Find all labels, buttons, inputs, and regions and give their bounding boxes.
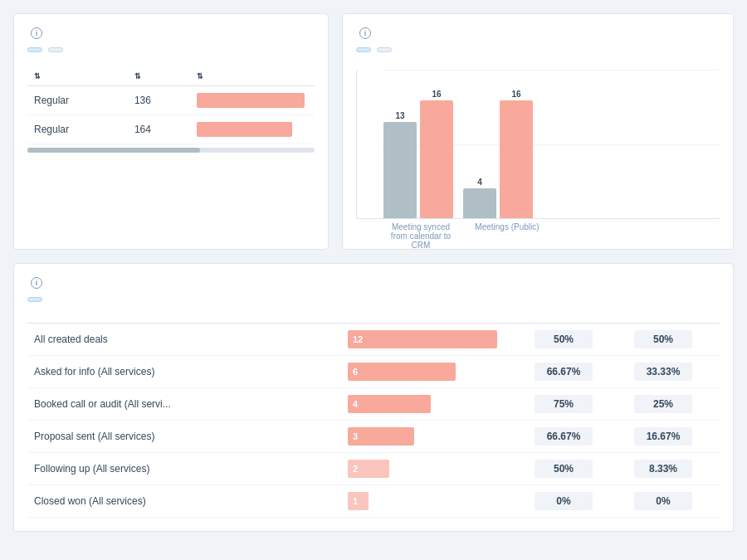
deal-bar: 6 — [348, 363, 456, 381]
audit-bar — [197, 93, 305, 108]
meetings-chart: 13 16 4 16 Meeting synced from calendar … — [356, 70, 720, 236]
deal-next-step: 50% — [514, 330, 613, 348]
audit-badge-days[interactable] — [27, 47, 42, 52]
next-step-box: 66.67% — [535, 363, 593, 381]
audit-badge-filters[interactable] — [48, 47, 63, 52]
deal-table-row: Following up (All services) 2 50% 8.33% — [27, 453, 720, 485]
deal-stage-name: Closed won (All services) — [34, 495, 348, 507]
deal-count-label: 3 — [353, 431, 366, 441]
deal-next-step: 66.67% — [514, 427, 613, 446]
cumulative-box: 16.67% — [634, 427, 692, 446]
deal-stage-name: All created deals — [34, 334, 348, 345]
deal-bar-cell: 4 — [348, 395, 514, 413]
bar-rect — [383, 122, 417, 218]
bar-group: 4 16 — [463, 90, 533, 218]
bar-value-label: 16 — [511, 90, 520, 99]
deal-bar: 12 — [348, 330, 497, 348]
deal-bar: 4 — [348, 395, 431, 413]
deal-cumulative: 16.67% — [613, 427, 713, 446]
deal-table-header — [27, 313, 720, 324]
deal-cumulative: 8.33% — [613, 460, 713, 478]
deal-bar-cell: 3 — [348, 427, 514, 446]
audit-views: 136 — [128, 86, 190, 115]
deal-count-label: 1 — [353, 496, 366, 506]
audit-bar-cell — [190, 115, 315, 144]
audit-table-row: Regular 136 — [27, 86, 315, 115]
deal-table-row: Asked for info (All services) 6 66.67% 3… — [27, 356, 720, 388]
deal-bar-cell: 12 — [348, 330, 514, 348]
deal-next-step: 0% — [514, 492, 613, 510]
col-form-type[interactable] — [27, 66, 128, 86]
deal-stage-name: Following up (All services) — [34, 463, 348, 475]
deal-stage-title: i — [27, 277, 720, 289]
deal-table-row: All created deals 12 50% 50% — [27, 324, 720, 356]
audit-table: Regular 136 Regular 164 — [27, 66, 315, 144]
deal-table-body: All created deals 12 50% 50% Asked for i… — [27, 324, 720, 518]
deal-stage-info-icon[interactable]: i — [31, 277, 42, 289]
audit-bar-cell — [190, 86, 315, 115]
audit-views: 164 — [128, 115, 190, 144]
cumulative-box: 50% — [634, 330, 692, 348]
bar-col: 13 — [383, 111, 417, 218]
audit-table-row: Regular 164 — [27, 115, 315, 144]
meetings-badge-compare[interactable] — [377, 47, 392, 52]
audit-overview-card: i Regular 136 Regular — [13, 13, 329, 250]
meetings-info-icon[interactable]: i — [359, 27, 371, 39]
cumulative-box: 0% — [634, 492, 692, 510]
x-axis-label: Meeting synced from calendar to CRM — [383, 222, 459, 250]
deal-cumulative: 0% — [613, 492, 713, 510]
meetings-title: i — [356, 27, 720, 39]
deal-count-label: 2 — [353, 464, 366, 474]
bar-chart: 13 16 4 16 — [356, 70, 720, 219]
next-step-box: 66.67% — [535, 427, 593, 446]
bar-rect — [500, 100, 533, 218]
deal-count-label: 12 — [353, 334, 366, 344]
bar-rect — [463, 188, 496, 218]
bar-col: 16 — [500, 90, 533, 218]
audit-info-icon[interactable]: i — [31, 27, 42, 39]
deal-stage-name: Asked for info (All services) — [34, 366, 348, 377]
deal-next-step: 50% — [514, 460, 613, 478]
cumulative-box: 8.33% — [634, 460, 692, 478]
deal-stage-name: Booked call or audit (All servi... — [34, 398, 348, 410]
deal-stage-card: i All created deals 12 50% 50% Asked for… — [13, 263, 734, 532]
x-labels: Meeting synced from calendar to CRMMeeti… — [356, 222, 720, 250]
deal-bar-cell: 2 — [348, 460, 514, 478]
deal-stage-name: Proposal sent (All services) — [34, 431, 348, 442]
deal-table-row: Proposal sent (All services) 3 66.67% 16… — [27, 421, 720, 453]
audit-form-type: Regular — [27, 115, 128, 144]
audit-scrollbar[interactable] — [27, 148, 315, 153]
deal-next-step: 75% — [514, 395, 613, 413]
deal-cumulative: 50% — [613, 330, 713, 348]
bar-value-label: 13 — [395, 111, 404, 120]
deal-table-row: Booked call or audit (All servi... 4 75%… — [27, 388, 720, 421]
bar-group: 13 16 — [383, 90, 453, 218]
bar-rect — [420, 100, 453, 218]
deal-stage-badge[interactable] — [27, 297, 42, 302]
audit-bar — [197, 122, 292, 137]
bar-value-label: 4 — [477, 178, 482, 187]
x-axis-label: Meetings (Public) — [469, 222, 545, 250]
bar-col: 4 — [463, 178, 496, 218]
deal-cumulative: 33.33% — [613, 363, 713, 381]
next-step-box: 50% — [535, 330, 593, 348]
meetings-badge-days[interactable] — [356, 47, 371, 52]
audit-title: i — [27, 27, 315, 39]
deal-cumulative: 25% — [613, 395, 713, 413]
cumulative-box: 33.33% — [634, 363, 692, 381]
cumulative-box: 25% — [634, 395, 692, 413]
audit-form-type: Regular — [27, 86, 128, 115]
deal-bar: 1 — [348, 492, 369, 510]
deal-next-step: 66.67% — [514, 363, 613, 381]
deal-count-label: 6 — [353, 367, 366, 377]
deal-count-label: 4 — [353, 399, 366, 409]
bar-col: 16 — [420, 90, 453, 218]
col-submissions[interactable] — [190, 66, 315, 86]
deal-table-row: Closed won (All services) 1 0% 0% — [27, 485, 720, 518]
next-step-box: 0% — [535, 492, 593, 510]
next-step-box: 50% — [535, 460, 593, 478]
next-step-box: 75% — [535, 395, 593, 413]
deal-bar-cell: 1 — [348, 492, 514, 510]
meetings-overview-card: i 13 — [342, 13, 734, 250]
col-views[interactable] — [128, 66, 190, 86]
